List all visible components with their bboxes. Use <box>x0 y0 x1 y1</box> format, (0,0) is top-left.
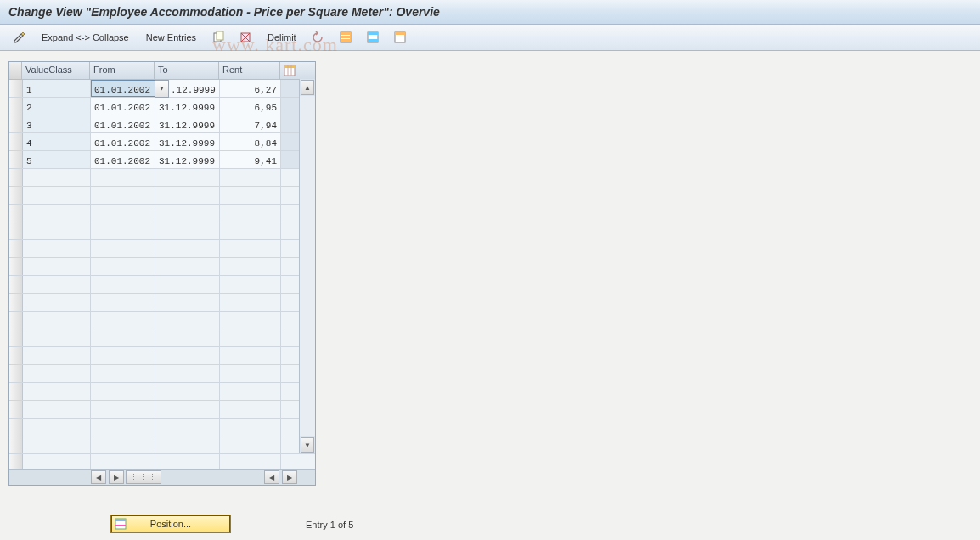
cell-rent[interactable] <box>220 222 281 239</box>
cell-from[interactable] <box>91 294 155 311</box>
cell-to[interactable] <box>155 294 220 311</box>
table-settings-button[interactable] <box>280 62 299 79</box>
cell-from[interactable] <box>91 240 155 257</box>
position-button[interactable]: Position... <box>110 515 231 533</box>
cell-from[interactable]: 01.01.2002 <box>91 133 155 150</box>
cell-rent[interactable] <box>220 240 281 257</box>
scroll-up-button[interactable]: ▲ <box>301 80 314 95</box>
row-selector[interactable] <box>9 436 23 453</box>
cell-rent[interactable] <box>220 365 281 382</box>
cell-rent[interactable]: 6,95 <box>220 98 281 115</box>
row-selector[interactable] <box>9 276 23 293</box>
row-selector[interactable] <box>9 383 23 400</box>
select-all-button[interactable] <box>333 27 358 48</box>
cell-from[interactable] <box>91 312 155 329</box>
row-selector[interactable] <box>9 98 23 115</box>
cell-from[interactable] <box>91 205 155 222</box>
toggle-change-display-button[interactable] <box>7 27 32 48</box>
col-header-rent[interactable]: Rent <box>219 62 280 79</box>
cell-from[interactable] <box>91 329 155 346</box>
scroll-right-button-2[interactable]: ▶ <box>282 470 297 484</box>
row-selector[interactable] <box>9 169 23 186</box>
cell-rent[interactable]: 7,94 <box>220 115 281 132</box>
cell-rent[interactable] <box>220 436 281 453</box>
cell-valueclass[interactable] <box>23 365 91 382</box>
cell-valueclass[interactable] <box>23 258 91 275</box>
cell-valueclass[interactable] <box>23 222 91 239</box>
cell-to[interactable] <box>155 365 220 382</box>
row-selector[interactable] <box>9 205 23 222</box>
cell-to[interactable] <box>155 383 220 400</box>
cell-to[interactable]: 31.12.9999 <box>155 115 220 132</box>
cell-rent[interactable] <box>220 205 281 222</box>
cell-rent[interactable] <box>220 169 281 186</box>
row-selector[interactable] <box>9 151 23 168</box>
cell-rent[interactable] <box>220 187 281 204</box>
row-selector[interactable] <box>9 222 23 239</box>
cell-rent[interactable]: 6,27 <box>220 80 281 97</box>
row-selector[interactable] <box>9 133 23 150</box>
new-entries-button[interactable]: New Entries <box>138 27 204 48</box>
cell-valueclass[interactable] <box>23 187 91 204</box>
cell-to[interactable] <box>155 169 220 186</box>
row-selector[interactable] <box>9 329 23 346</box>
row-selector[interactable] <box>9 401 23 418</box>
cell-valueclass[interactable] <box>23 347 91 364</box>
cell-from[interactable]: 01.01.2002 <box>91 115 155 132</box>
cell-valueclass[interactable] <box>23 294 91 311</box>
cell-from[interactable] <box>91 222 155 239</box>
cell-from[interactable] <box>91 436 155 453</box>
cell-valueclass[interactable] <box>23 240 91 257</box>
select-all-cell[interactable] <box>9 62 22 79</box>
scroll-down-button[interactable]: ▼ <box>301 437 314 453</box>
f4-help-button[interactable]: ▾ <box>155 80 169 98</box>
row-selector[interactable] <box>9 258 23 275</box>
cell-from[interactable] <box>91 276 155 293</box>
cell-to[interactable]: 31.12.9999 <box>155 151 220 168</box>
cell-valueclass[interactable]: 4 <box>23 133 91 150</box>
cell-to[interactable] <box>155 276 220 293</box>
row-selector[interactable] <box>9 294 23 311</box>
cell-to[interactable] <box>155 205 220 222</box>
cell-from[interactable] <box>91 401 155 418</box>
cell-to[interactable] <box>155 187 220 204</box>
cell-to[interactable]: ▾.12.9999 <box>155 80 220 97</box>
config-button[interactable] <box>387 27 413 48</box>
cell-from[interactable] <box>91 258 155 275</box>
cell-rent[interactable] <box>220 383 281 400</box>
cell-to[interactable] <box>155 222 220 239</box>
cell-valueclass[interactable] <box>23 419 91 436</box>
cell-rent[interactable] <box>220 419 281 436</box>
cell-from[interactable] <box>91 347 155 364</box>
cell-to[interactable] <box>155 401 220 418</box>
cell-to[interactable] <box>155 419 220 436</box>
expand-collapse-button[interactable]: Expand <-> Collapse <box>34 27 137 48</box>
row-selector[interactable] <box>9 312 23 329</box>
cell-to[interactable] <box>155 258 220 275</box>
cell-from[interactable] <box>91 383 155 400</box>
row-selector[interactable] <box>9 365 23 382</box>
col-header-to[interactable]: To <box>155 62 219 79</box>
cell-rent[interactable] <box>220 294 281 311</box>
row-selector[interactable] <box>9 187 23 204</box>
delete-button[interactable] <box>233 27 258 48</box>
hscroll-thumb[interactable]: ⋮⋮⋮ <box>126 470 161 484</box>
row-selector[interactable] <box>9 80 23 97</box>
cell-from[interactable] <box>91 169 155 186</box>
cell-valueclass[interactable] <box>23 436 91 453</box>
cell-from[interactable] <box>91 187 155 204</box>
row-selector[interactable] <box>9 454 23 469</box>
scroll-left-button[interactable]: ◀ <box>91 470 106 484</box>
cell-rent[interactable] <box>220 454 281 469</box>
cell-from[interactable] <box>91 419 155 436</box>
cell-from[interactable] <box>91 365 155 382</box>
deselect-all-button[interactable] <box>360 27 386 48</box>
cell-valueclass[interactable]: 2 <box>23 98 91 115</box>
cell-rent[interactable]: 8,84 <box>220 133 281 150</box>
cell-to[interactable] <box>155 454 220 469</box>
scroll-right-button[interactable]: ▶ <box>109 470 124 484</box>
cell-to[interactable] <box>155 436 220 453</box>
cell-valueclass[interactable] <box>23 169 91 186</box>
row-selector[interactable] <box>9 115 23 132</box>
col-header-valueclass[interactable]: ValueClass <box>22 62 90 79</box>
